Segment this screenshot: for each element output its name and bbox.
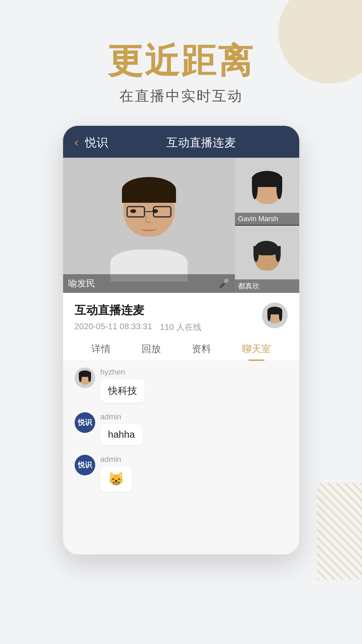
phone-mockup: ‹ 悦识 互动直播连麦 xyxy=(62,125,300,555)
hero-section: 更近距离 在直播中实时互动 xyxy=(0,0,362,125)
chat-message-2: 悦识 admin hahha xyxy=(75,412,288,445)
stream-info-left: 互动直播连麦 2020-05-11 08:33:31 110 人在线 xyxy=(75,303,201,333)
side-video-1-name-bar: Gavin Marsh xyxy=(235,213,299,225)
main-video-name-bar: 喻发民 🎤 xyxy=(63,274,235,293)
side-video-2-name-bar: 都真欣 xyxy=(235,279,299,293)
side-user-1-face xyxy=(248,167,286,215)
main-user-avatar xyxy=(63,158,235,293)
tab-chat[interactable]: 聊天室 xyxy=(242,342,271,361)
stream-info-section: 互动直播连麦 2020-05-11 08:33:31 110 人在线 xyxy=(63,293,299,333)
stream-meta: 2020-05-11 08:33:31 110 人在线 xyxy=(75,322,201,333)
side-video-2: 都真欣 xyxy=(235,226,299,293)
w-hair-left-2 xyxy=(253,246,258,262)
man-eyes xyxy=(130,209,158,213)
stream-title: 互动直播连麦 xyxy=(75,303,201,318)
video-grid: 喻发民 🎤 Gav xyxy=(63,158,299,293)
main-user-face xyxy=(107,179,191,282)
bg-decoration-stripes xyxy=(317,483,362,580)
chat-section: hyzhen 快科技 悦识 admin hahha 悦识 xyxy=(63,361,299,554)
eye-left xyxy=(130,209,136,213)
tab-details[interactable]: 详情 xyxy=(91,342,111,361)
chat-content-1: hyzhen 快科技 xyxy=(100,368,145,403)
man-nose xyxy=(145,216,151,223)
stream-date: 2020-05-11 08:33:31 xyxy=(75,322,152,333)
live-stream-title: 互动直播连麦 xyxy=(115,135,288,151)
w-hair-right-2 xyxy=(275,246,281,262)
app-header: ‹ 悦识 互动直播连麦 xyxy=(63,126,299,158)
main-user-name: 喻发民 xyxy=(68,277,95,290)
back-button[interactable]: ‹ xyxy=(75,136,79,149)
chat-avatar-1 xyxy=(75,368,95,388)
mic-icon: 🎤 xyxy=(218,278,230,289)
chat-content-2: admin hahha xyxy=(100,412,143,445)
hero-subtitle: 在直播中实时互动 xyxy=(0,87,362,106)
chat-bubble-1: 快科技 xyxy=(100,379,145,403)
man-mouth xyxy=(141,226,157,231)
w-hair-right-1 xyxy=(276,177,282,199)
w-hair-left-1 xyxy=(252,177,258,199)
side-user-2-face xyxy=(250,238,284,281)
tab-replay[interactable]: 回放 xyxy=(142,342,161,361)
chat-bubble-2: hahha xyxy=(100,424,143,445)
badge-text-3: 悦识 xyxy=(78,460,92,470)
eye-right xyxy=(152,209,158,213)
chat-username-1: hyzhen xyxy=(100,368,145,377)
hero-title: 更近距离 xyxy=(0,42,362,80)
host-avatar xyxy=(262,303,288,328)
chat-message-1: hyzhen 快科技 xyxy=(75,368,288,403)
chat-avatar-img-1 xyxy=(75,368,95,388)
chat-content-3: admin 😸 xyxy=(100,455,132,492)
phone-mockup-container: ‹ 悦识 互动直播连麦 xyxy=(62,125,300,555)
chat-username-2: admin xyxy=(100,412,143,421)
main-video-panel: 喻发民 🎤 xyxy=(63,158,235,293)
chat-avatar-badge-2: 悦识 xyxy=(75,412,95,433)
tabs-section: 详情 回放 资料 聊天室 xyxy=(63,336,299,361)
stream-online-count: 110 人在线 xyxy=(160,322,201,333)
app-name: 悦识 xyxy=(85,135,108,151)
man-hair xyxy=(122,177,176,203)
tab-materials[interactable]: 资料 xyxy=(192,342,211,361)
badge-text-2: 悦识 xyxy=(78,418,92,427)
chat-message-3: 悦识 admin 😸 xyxy=(75,455,288,492)
side-video-1: Gavin Marsh xyxy=(235,158,299,225)
side-user-1-name: Gavin Marsh xyxy=(238,215,278,223)
chat-avatar-badge-3: 悦识 xyxy=(75,455,95,475)
side-user-2-name: 都真欣 xyxy=(238,282,259,290)
chat-bubble-3: 😸 xyxy=(100,466,132,492)
side-video-panel: Gavin Marsh 都真欣 xyxy=(235,158,299,293)
chat-username-3: admin xyxy=(100,455,132,464)
